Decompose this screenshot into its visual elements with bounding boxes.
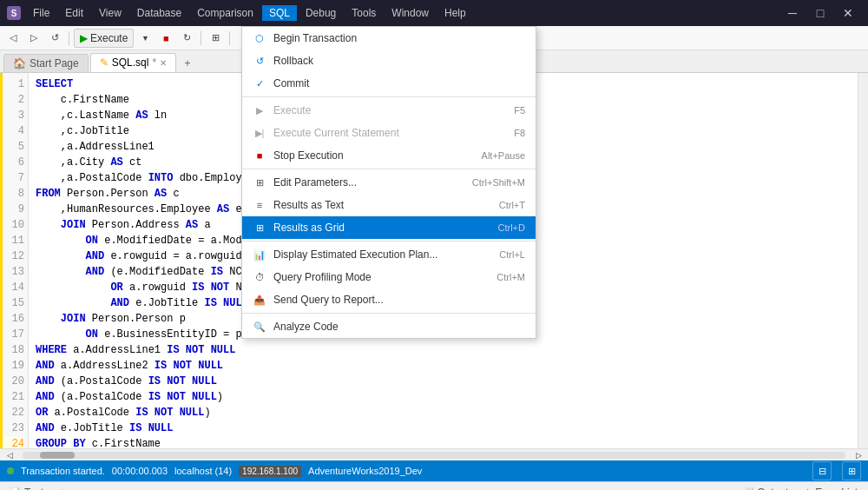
ln-5: 5 (3, 139, 24, 155)
execute-dropdown-btn[interactable]: ▼ (135, 29, 155, 48)
menu-begin-transaction[interactable]: ⬡ Begin Transaction (242, 27, 536, 50)
connection-indicator (7, 467, 14, 474)
results-grid-shortcut: Ctrl+D (498, 222, 525, 233)
results-text-shortcut: Ctrl+T (499, 200, 525, 210)
stop-btn[interactable]: ■ (156, 29, 175, 48)
menu-display-plan[interactable]: 📊 Display Estimated Execution Plan... Ct… (242, 243, 536, 266)
execute-button[interactable]: ▶ Execute (74, 29, 134, 48)
tab-sql[interactable]: ✎ SQL.sql * ✕ (90, 53, 176, 72)
tab-output[interactable]: ⬜ Output (736, 485, 795, 491)
ln-13: 13 (3, 264, 24, 280)
menu-send-to-report[interactable]: 📤 Send Query to Report... (242, 288, 536, 311)
menu-results-as-text[interactable]: ≡ Results as Text Ctrl+T (242, 194, 536, 216)
display-plan-shortcut: Ctrl+L (499, 249, 525, 260)
tab-start-page[interactable]: 🏠 Start Page (3, 54, 89, 72)
layout-btn-2[interactable]: ⊞ (842, 461, 861, 480)
toolbar-separator-1 (69, 31, 69, 45)
ln-4: 4 (3, 123, 24, 139)
editor-scrollbar[interactable] (858, 73, 868, 448)
menu-sql[interactable]: SQL (262, 5, 297, 21)
menu-window[interactable]: Window (385, 5, 436, 21)
ip-label: 192.168.1.100 (239, 466, 301, 477)
hscroll-thumb[interactable] (40, 452, 75, 459)
toolbar-back-btn[interactable]: ◁ (3, 29, 23, 48)
menu-sep-1 (242, 96, 536, 97)
sql-tab-icon: ✎ (100, 56, 108, 69)
menu-debug[interactable]: Debug (299, 5, 343, 21)
ln-19: 19 (3, 358, 24, 374)
output-tab-label: Output (757, 487, 788, 491)
transaction-label: Transaction started. (21, 466, 105, 476)
menu-edit-parameters[interactable]: ⊞ Edit Parameters... Ctrl+Shift+M (242, 171, 536, 194)
ln-17: 17 (3, 327, 24, 342)
stop-execution-label: Stop Execution (273, 149, 475, 162)
menu-commit[interactable]: ✓ Commit (242, 72, 536, 95)
display-plan-label: Display Estimated Execution Plan... (273, 248, 492, 261)
ln-1: 1 (3, 76, 24, 92)
status-right: ⊟ ⊞ (812, 461, 861, 480)
tab-error-list[interactable]: ⚠ Error List (797, 485, 865, 491)
menu-edit[interactable]: Edit (58, 5, 90, 21)
execute-current-shortcut: F8 (514, 128, 525, 138)
menu-results-as-grid[interactable]: ⊞ Results as Grid Ctrl+D (242, 216, 536, 239)
send-report-icon: 📤 (253, 293, 266, 307)
line-numbers: 1 2 3 4 5 6 7 8 9 10 11 12 13 14 15 16 1… (3, 73, 29, 448)
results-text-label: Results as Text (273, 199, 492, 211)
statusbar: Transaction started. 00:00:00.003 localh… (0, 460, 868, 481)
maximize-button[interactable]: □ (807, 4, 833, 22)
begin-transaction-icon: ⬡ (253, 31, 266, 45)
ln-18: 18 (3, 342, 24, 358)
hscrollbar[interactable]: ◁ ▷ (0, 448, 868, 460)
ln-6: 6 (3, 155, 24, 170)
ln-14: 14 (3, 280, 24, 295)
menu-query-profiling[interactable]: ⏱ Query Profiling Mode Ctrl+M (242, 266, 536, 288)
toolbar-separator-3 (229, 31, 230, 45)
menu-database[interactable]: Database (130, 5, 188, 21)
results-text-icon: ≡ (253, 198, 266, 212)
menu-tools[interactable]: Tools (345, 5, 383, 21)
stop-execution-shortcut: Alt+Pause (482, 150, 525, 161)
tab-text[interactable]: 📄 Text (3, 485, 50, 491)
commit-icon: ✓ (253, 76, 266, 90)
ln-23: 23 (3, 420, 24, 436)
send-report-label: Send Query to Report... (273, 294, 518, 306)
titlebar: S File Edit View Database Comparison SQL… (0, 0, 868, 26)
analyze-code-icon: 🔍 (253, 320, 266, 334)
toolbar-forward-btn[interactable]: ▷ (24, 29, 43, 48)
toolbar-refresh-btn[interactable]: ↺ (45, 29, 64, 48)
menu-execute[interactable]: ▶ Execute F5 (242, 99, 536, 122)
display-plan-icon: 📊 (253, 248, 266, 262)
sql-tab-close[interactable]: ✕ (160, 58, 167, 68)
minimize-button[interactable]: ─ (779, 4, 806, 22)
menu-view[interactable]: View (92, 5, 128, 21)
close-button[interactable]: ✕ (835, 4, 861, 22)
ln-3: 3 (3, 108, 24, 123)
add-result-tab-btn[interactable]: + (52, 484, 71, 491)
edit-params-shortcut: Ctrl+Shift+M (472, 177, 525, 188)
menu-file[interactable]: File (26, 5, 56, 21)
results-grid-icon: ⊞ (253, 221, 266, 235)
menu-sep-4 (242, 313, 536, 314)
layout-btn-1[interactable]: ⊟ (812, 461, 832, 480)
query-profiling-shortcut: Ctrl+M (496, 272, 525, 282)
rollback-label: Rollback (273, 55, 518, 67)
menu-execute-current[interactable]: ▶| Execute Current Statement F8 (242, 122, 536, 144)
hscroll-track[interactable] (23, 452, 845, 459)
sql-tab-modified: * (152, 56, 156, 69)
toolbar-btn-3[interactable]: ⊞ (206, 29, 225, 48)
ln-8: 8 (3, 186, 24, 202)
ln-7: 7 (3, 170, 24, 186)
toolbar-separator-2 (201, 31, 201, 45)
menu-rollback[interactable]: ↺ Rollback (242, 50, 536, 72)
analyze-code-label: Analyze Code (273, 321, 518, 333)
commit-label: Commit (273, 77, 518, 89)
parse-btn[interactable]: ↻ (177, 29, 196, 48)
sql-dropdown-menu: ⬡ Begin Transaction ↺ Rollback ✓ Commit … (241, 26, 536, 339)
new-tab-button[interactable]: + (178, 55, 197, 72)
server-label: localhost (14) (174, 466, 232, 476)
menu-analyze-code[interactable]: 🔍 Analyze Code (242, 315, 536, 338)
ln-20: 20 (3, 374, 24, 389)
menu-help[interactable]: Help (437, 5, 473, 21)
menu-stop-execution[interactable]: ■ Stop Execution Alt+Pause (242, 144, 536, 167)
menu-comparison[interactable]: Comparison (190, 5, 260, 21)
